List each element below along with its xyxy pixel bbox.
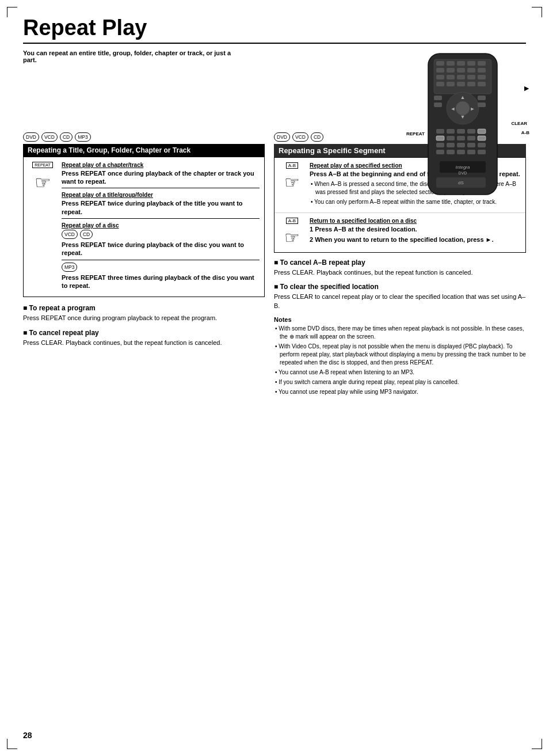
repeat-instructions-content: Repeat play of a chapter/track Press REP…: [62, 162, 260, 292]
remote-ab-label: A-B: [521, 130, 529, 135]
repeat-icon-col: REPEAT ☞: [28, 162, 57, 292]
left-format-badges: DVD VCD CD MP3: [23, 132, 265, 142]
disc-badge-cd: CD: [80, 230, 93, 239]
right-sub-title-clear: To clear the specified location: [274, 283, 526, 291]
right-sub-clear: To clear the specified location Press CL…: [274, 283, 526, 310]
instr-text-1: Press REPEAT once during playback of the…: [62, 169, 260, 186]
sub-text-program: Press REPEAT once during program playbac…: [23, 314, 265, 322]
remote-arrow: ►: [523, 83, 531, 93]
sub-section-cancel: To cancel repeat play Press CLEAR. Playb…: [23, 329, 265, 347]
corner-mark-tr: [532, 7, 542, 17]
sub-text-cancel: Press CLEAR. Playback continues, but the…: [23, 339, 265, 347]
note-3: • You cannot use A-B repeat when listeni…: [274, 368, 526, 377]
r-badge-vcd: VCD: [292, 132, 308, 142]
seg-heading-2: Return to a specified location on a disc: [310, 218, 521, 224]
segment-content-2: Return to a specified location on a disc…: [310, 218, 521, 248]
ab-label-1: A-B: [286, 162, 298, 169]
notes-section: Notes • With some DVD discs, there may b…: [274, 316, 526, 396]
corner-mark-br: [532, 739, 542, 749]
instr-heading-3: Repeat play of a disc: [62, 222, 260, 229]
hand-icon-ab-2: ☞: [284, 227, 300, 248]
remote-repeat-label: REPEAT: [406, 131, 425, 136]
corner-mark-tl: [7, 7, 17, 17]
repeat-box-inner: REPEAT ☞ Repeat play of a chapter/track …: [24, 157, 264, 297]
badge-cd: CD: [60, 132, 73, 142]
page-title: Repeat Play: [23, 16, 526, 40]
divider-2: [62, 218, 260, 219]
disc-badge-vcd: VCD: [62, 230, 78, 239]
corner-mark-bl: [7, 739, 17, 749]
right-sub-text-cancel-ab: Press CLEAR. Playback continues, but the…: [274, 268, 526, 277]
segment-row-2: A-B ☞ Return to a specified location on …: [274, 213, 525, 252]
ab-label-2: A-B: [286, 218, 298, 224]
hand-icon-ab-1: ☞: [284, 172, 300, 192]
note-1: • With some DVD discs, there may be time…: [274, 325, 526, 341]
badge-dvd: DVD: [23, 132, 39, 142]
repeat-label: REPEAT: [32, 162, 53, 168]
instr-text-4: Press REPEAT three times during playback…: [62, 273, 260, 290]
intro-text: You can repeat an entire title, group, f…: [23, 50, 242, 63]
badge-vcd: VCD: [41, 132, 58, 142]
instr-text-2: Press REPEAT twice during playback of th…: [62, 199, 260, 216]
remote-clear-label: CLEAR: [511, 121, 527, 126]
r-badge-dvd: DVD: [274, 132, 290, 142]
note-4: • If you switch camera angle during repe…: [274, 378, 526, 386]
ab-icon-col-2: A-B ☞: [279, 218, 305, 248]
note-2: • With Video CDs, repeat play is not pos…: [274, 343, 526, 367]
r-badge-cd: CD: [311, 132, 323, 142]
instr-heading-1: Repeat play of a chapter/track: [62, 162, 260, 168]
right-sub-title-cancel-ab: To cancel A–B repeat play: [274, 259, 526, 267]
title-rule: [23, 43, 526, 44]
sub-section-program: To repeat a program Press REPEAT once du…: [23, 304, 265, 322]
repeat-instructions-box: REPEAT ☞ Repeat play of a chapter/track …: [23, 157, 265, 297]
mp3-badge-row: MP3: [62, 263, 260, 272]
divider-1: [62, 188, 260, 188]
page-content: Repeat Play: [23, 16, 526, 740]
right-sub-cancel-ab: To cancel A–B repeat play Press CLEAR. P…: [274, 259, 526, 277]
instr-heading-2: Repeat play of a title/group/folder: [62, 192, 260, 198]
notes-title: Notes: [274, 316, 526, 323]
badge-mp3: MP3: [75, 132, 90, 142]
disc-badges: VCD CD: [62, 230, 260, 239]
sub-title-cancel: To cancel repeat play: [23, 329, 265, 337]
mp3-badge: MP3: [62, 263, 77, 272]
left-column: DVD VCD CD MP3 Repeating a Title, Group,…: [23, 132, 265, 398]
numbered-2: 2 When you want to return to the specifi…: [310, 235, 521, 244]
ab-icon-col-1: A-B ☞: [279, 162, 305, 208]
instr-text-3: Press REPEAT twice during playback of th…: [62, 241, 260, 257]
divider-3: [62, 260, 260, 260]
left-section-header: Repeating a Title, Group, Folder, Chapte…: [23, 144, 265, 157]
remote-image-area: ▲ ▼ ◄ ►: [411, 51, 526, 207]
sub-title-program: To repeat a program: [23, 304, 265, 312]
right-sub-text-clear: Press CLEAR to cancel repeat play or to …: [274, 292, 526, 310]
hand-icon-1: ☞: [35, 172, 51, 193]
numbered-1: 1 Press A–B at the desired location.: [310, 225, 521, 233]
page-number: 28: [23, 731, 32, 740]
note-5: • You cannot use repeat play while using…: [274, 388, 526, 396]
